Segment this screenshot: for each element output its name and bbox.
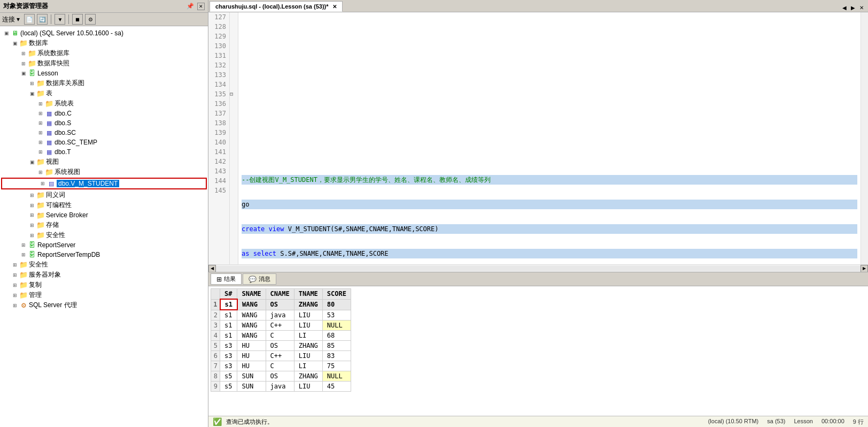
tree-management[interactable]: ⊞ 📁 管理 <box>0 290 208 300</box>
replication-expand[interactable]: ⊞ <box>11 281 19 289</box>
lesson-db-icon: 🗄 <box>28 69 36 78</box>
tree-dbo-s[interactable]: ⊞ ▦ dbo.S <box>0 118 208 128</box>
databases-expand[interactable]: ▣ <box>11 39 19 48</box>
h-scroll-left-btn[interactable]: ◀ <box>208 265 216 272</box>
dbo-c-expand[interactable]: ⊞ <box>36 109 45 118</box>
tree-security-lesson[interactable]: ⊞ 📁 安全性 <box>0 230 208 240</box>
sys-tables-expand[interactable]: ⊞ <box>36 100 45 108</box>
tree-dbo-c[interactable]: ⊞ ▦ dbo.C <box>0 109 208 118</box>
tree-sys-db[interactable]: ⊞ 📁 系统数据库 <box>0 48 208 58</box>
tree-sql-agent[interactable]: ⊞ ⚙ SQL Server 代理 <box>0 300 208 310</box>
replication-label: 复制 <box>29 280 42 289</box>
tab-scroll-left[interactable]: ◀ <box>840 4 849 12</box>
sys-db-expand[interactable]: ⊞ <box>19 49 28 58</box>
table-row: 6 s3 HU C++ LIU 83 <box>211 351 351 361</box>
tab-close-btn[interactable]: ✕ <box>332 4 337 10</box>
em-135[interactable]: ⊟ <box>230 89 238 99</box>
dbo-sc-temp-expand[interactable]: ⊞ <box>36 138 45 147</box>
service-broker-expand[interactable]: ⊞ <box>28 211 36 219</box>
tree-db-snap[interactable]: ⊞ 📁 数据库快照 <box>0 58 208 68</box>
row-4-cname: C <box>266 331 294 341</box>
tree-dbo-sc-temp[interactable]: ⊞ ▦ dbo.SC_TEMP <box>0 138 208 147</box>
storage-expand[interactable]: ⊞ <box>28 221 36 230</box>
tree-dbo-vm-student[interactable]: ⊞ ▤ dbo.V_M_STUDENT <box>1 178 207 189</box>
object-explorer-toolbar: 连接 ▾ 📄 🔄 ▼ ⏹ ⚙ <box>0 13 208 26</box>
kw-create: create <box>242 225 265 233</box>
tree-security-top[interactable]: ⊞ 📁 安全性 <box>0 260 208 270</box>
synonyms-label: 同义词 <box>46 190 65 200</box>
report-server-temp-expand[interactable]: ⊞ <box>19 250 28 259</box>
dbo-vm-expand[interactable]: ⊞ <box>38 179 47 188</box>
em-136 <box>230 99 238 109</box>
pin-icon[interactable]: 📌 <box>187 3 194 10</box>
properties-icon[interactable]: ⚙ <box>85 14 96 25</box>
server-objects-expand[interactable]: ⊞ <box>11 271 19 279</box>
editor-h-scrollbar[interactable]: ◀ ▶ <box>208 264 868 272</box>
row-1-tname: ZHANG <box>294 299 322 310</box>
tree-tables[interactable]: ▣ 📁 表 <box>0 88 208 98</box>
tree-service-broker[interactable]: ⊞ 📁 Service Broker <box>0 210 208 220</box>
code-127 <box>242 27 857 37</box>
kw-select: select <box>253 250 276 257</box>
tree-report-server[interactable]: ⊞ 🗄 ReportServer <box>0 240 208 250</box>
tree-dbo-sc[interactable]: ⊞ ▦ dbo.SC <box>0 128 208 138</box>
h-scroll-track[interactable] <box>216 266 861 271</box>
h-scroll-right-btn[interactable]: ▶ <box>861 265 868 272</box>
synonyms-expand[interactable]: ⊞ <box>28 191 36 200</box>
tree-programmability[interactable]: ⊞ 📁 可编程性 <box>0 200 208 210</box>
tree-server-node[interactable]: ▣ 🖥 (local) (SQL Server 10.50.1600 - sa) <box>0 28 208 38</box>
dbdiagram-expand[interactable]: ⊞ <box>28 79 36 88</box>
new-query-icon[interactable]: 📄 <box>24 14 35 25</box>
tree-dbo-t[interactable]: ⊞ ▦ dbo.T <box>0 147 208 157</box>
sys-tables-label: 系统表 <box>55 99 74 108</box>
dbo-t-expand[interactable]: ⊞ <box>36 148 45 156</box>
col-score: SCORE <box>322 289 351 300</box>
connect-label[interactable]: 连接 ▾ <box>2 15 20 24</box>
code-editor[interactable]: --创建视图V_M_STUDENT，要求显示男学生的学号、姓名、课程名、教师名、… <box>238 12 861 264</box>
tree-report-server-temp[interactable]: ⊞ 🗄 ReportServerTempDB <box>0 250 208 260</box>
tab-scroll-right[interactable]: ▶ <box>849 4 857 12</box>
row-1-cname: OS <box>266 299 294 310</box>
tree-lesson-db[interactable]: ▣ 🗄 Lesson <box>0 68 208 78</box>
security-lesson-expand[interactable]: ⊞ <box>28 231 36 240</box>
sql-agent-expand[interactable]: ⊞ <box>11 301 19 310</box>
tree-dbdiagram[interactable]: ⊞ 📁 数据库关系图 <box>0 78 208 88</box>
row-3-num: 3 <box>211 321 220 331</box>
panel-close-btn[interactable]: ✕ <box>197 3 205 10</box>
tables-expand[interactable]: ▣ <box>28 89 36 98</box>
management-expand[interactable]: ⊞ <box>11 291 19 300</box>
dbo-sc-expand[interactable]: ⊞ <box>36 128 45 137</box>
tree-databases[interactable]: ▣ 📁 数据库 <box>0 38 208 48</box>
editor-content[interactable]: 127 128 129 130 131 132 133 134 135 136 … <box>208 12 868 264</box>
editor-tab-main[interactable]: charushuju.sql - (local).Lesson (sa (53)… <box>210 1 343 12</box>
sys-views-expand[interactable]: ⊞ <box>36 168 45 177</box>
messages-icon: 💬 <box>249 276 257 283</box>
tree-storage[interactable]: ⊞ 📁 存储 <box>0 220 208 230</box>
tree-sys-views[interactable]: ⊞ 📁 系统视图 <box>0 167 208 177</box>
row-8-tname: ZHANG <box>294 371 322 382</box>
status-success-icon: ✅ <box>213 417 222 426</box>
dbo-s-expand[interactable]: ⊞ <box>36 119 45 127</box>
tree-views[interactable]: ▣ 📁 视图 <box>0 157 208 167</box>
row-1-s[interactable]: s1 <box>220 299 237 310</box>
server-expand[interactable]: ▣ <box>2 29 11 37</box>
programmability-expand[interactable]: ⊞ <box>28 201 36 210</box>
window-close-btn[interactable]: ✕ <box>857 4 866 12</box>
results-tab-results[interactable]: ⊞ 结果 <box>211 273 242 285</box>
tree-replication[interactable]: ⊞ 📁 复制 <box>0 280 208 290</box>
tree-synonyms[interactable]: ⊞ 📁 同义词 <box>0 190 208 200</box>
filter-icon[interactable]: ▼ <box>55 14 65 25</box>
results-tab-messages[interactable]: 💬 消息 <box>243 273 276 285</box>
tree-server-objects[interactable]: ⊞ 📁 服务器对象 <box>0 270 208 280</box>
toolbar-sep2 <box>68 14 69 24</box>
report-server-expand[interactable]: ⊞ <box>19 241 28 249</box>
views-expand[interactable]: ▣ <box>28 158 36 166</box>
lesson-expand[interactable]: ▣ <box>19 69 28 78</box>
tree-sys-tables[interactable]: ⊞ 📁 系统表 <box>0 98 208 109</box>
editor-vertical-scrollbar[interactable] <box>861 12 868 264</box>
code-132 <box>242 150 857 160</box>
refresh-icon[interactable]: 🔄 <box>37 14 48 25</box>
security-top-expand[interactable]: ⊞ <box>11 261 19 269</box>
db-snap-expand[interactable]: ⊞ <box>19 59 28 68</box>
stop-icon[interactable]: ⏹ <box>72 14 83 25</box>
